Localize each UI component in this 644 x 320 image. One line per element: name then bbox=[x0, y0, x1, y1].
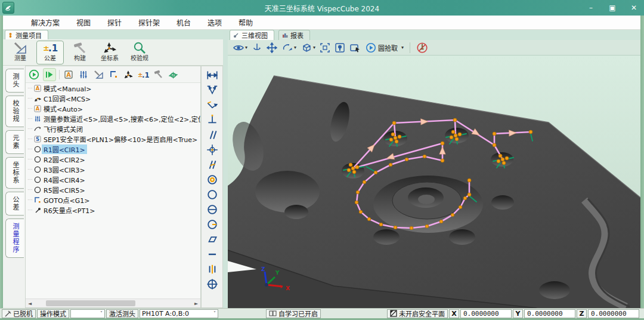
safety-plane-status: 未开启安全平面 bbox=[387, 309, 448, 318]
probe-label: 激活测头 bbox=[106, 309, 138, 318]
run-icon[interactable] bbox=[28, 69, 40, 81]
rotate-icon[interactable] bbox=[252, 42, 262, 53]
ribbon-button-csys[interactable]: 坐标系 bbox=[96, 41, 123, 64]
ribbon-button-gauge[interactable]: 校验规 bbox=[126, 41, 153, 64]
circle-icon bbox=[33, 186, 42, 193]
menu-item-3[interactable]: 探针架 bbox=[130, 17, 168, 27]
side-tab-5[interactable]: 测量程序 bbox=[5, 219, 24, 258]
title-bar: 天准三坐标系统 VispecCube 2024 – ▣ ✕ bbox=[0, 0, 644, 16]
tree-item-6[interactable]: ···R1圆<CIR1> bbox=[26, 144, 200, 154]
op-mode-dropdown[interactable]: ˅ bbox=[70, 309, 105, 318]
tree-item-4[interactable]: ···飞行模式关闭 bbox=[26, 124, 200, 134]
menu-item-0[interactable]: 解决方案 bbox=[23, 17, 68, 27]
tree-item-11[interactable]: ···GOTO点<G1> bbox=[26, 195, 200, 205]
tree-item-label: C1回调<MCS> bbox=[42, 94, 92, 103]
ribbon-button-tolerance[interactable]: ±.1公差 bbox=[36, 41, 64, 64]
ribbon-button-build[interactable]: 构建 bbox=[66, 41, 94, 64]
menu-item-2[interactable]: 探针 bbox=[99, 17, 130, 27]
parallelism-icon[interactable] bbox=[206, 128, 219, 141]
build-icon[interactable] bbox=[152, 69, 164, 81]
axis-x-label: X bbox=[286, 285, 290, 291]
side-tab-3[interactable]: 坐标系 bbox=[5, 157, 24, 189]
maximize-button[interactable]: ▣ bbox=[608, 4, 617, 12]
tab-report[interactable]: 报表 bbox=[278, 30, 310, 40]
step-run-icon[interactable] bbox=[43, 68, 56, 81]
pan-icon[interactable] bbox=[267, 42, 277, 53]
select-box-icon[interactable] bbox=[349, 42, 361, 53]
symmetry-icon[interactable] bbox=[206, 263, 219, 276]
scroll-right-arrow[interactable]: ► bbox=[192, 301, 200, 306]
cube-icon[interactable]: ▾ bbox=[301, 42, 315, 53]
side-tab-4[interactable]: 公差 bbox=[5, 192, 24, 216]
tree-item-7[interactable]: ···R2圆<CIR2> bbox=[26, 154, 200, 164]
flatness-icon[interactable] bbox=[206, 233, 219, 246]
side-tab-2[interactable]: 元素 bbox=[5, 130, 24, 154]
y-label: Y bbox=[513, 309, 523, 318]
perpendicularity-icon[interactable] bbox=[206, 113, 219, 127]
cylindricity-icon[interactable] bbox=[206, 203, 219, 216]
scroll-left-arrow[interactable]: ◄ bbox=[26, 301, 34, 306]
menu-item-4[interactable]: 机台 bbox=[168, 17, 199, 27]
tree-item-0[interactable]: ···A模式<Manual> bbox=[26, 83, 200, 93]
tolerance-icon[interactable]: ±.1 bbox=[137, 69, 149, 81]
tree-item-label: R6矢量点<PT1> bbox=[42, 205, 97, 215]
straightness-icon[interactable] bbox=[206, 248, 219, 261]
tree-item-5[interactable]: ···SSEP1安全平面<PLN1>偏移<10>是否启用<True> bbox=[26, 134, 200, 144]
pin-icon[interactable] bbox=[335, 42, 345, 53]
side-tab-1[interactable]: 校验规 bbox=[5, 96, 24, 127]
csys-icon[interactable] bbox=[122, 69, 134, 81]
true-position-icon[interactable] bbox=[206, 278, 219, 291]
panel-splitter[interactable] bbox=[223, 30, 228, 308]
tree-horizontal-scrollbar[interactable]: ◄ ► bbox=[26, 299, 200, 307]
offline-status: 已脱机 bbox=[2, 309, 36, 318]
angle-between-icon[interactable] bbox=[206, 84, 219, 97]
scrollbar-thumb[interactable] bbox=[46, 300, 135, 306]
parameters-icon[interactable] bbox=[78, 69, 89, 81]
side-tab-0[interactable]: 测头 bbox=[5, 69, 24, 93]
x-coordinate: 0.0000000 bbox=[460, 309, 512, 318]
tree-item-12[interactable]: ···R6矢量点<PT1> bbox=[26, 205, 200, 215]
tree-item-10[interactable]: ···R5圆<CIR5> bbox=[26, 184, 200, 195]
tree-branch-dots: ··· bbox=[27, 187, 33, 193]
fit-icon[interactable] bbox=[320, 42, 330, 53]
ribbon-button-measure[interactable]: 测量 bbox=[7, 41, 34, 64]
menu-item-5[interactable]: 选项 bbox=[199, 17, 230, 27]
close-button[interactable]: ✕ bbox=[630, 4, 638, 12]
no-probe-icon[interactable] bbox=[416, 42, 428, 54]
angle-icon[interactable] bbox=[206, 99, 219, 112]
tree-branch-dots: ··· bbox=[27, 85, 33, 91]
mode-icon: A bbox=[33, 105, 42, 112]
circularity-icon[interactable] bbox=[206, 188, 219, 201]
goto-icon[interactable] bbox=[107, 69, 119, 81]
runout-icon[interactable] bbox=[206, 218, 219, 231]
tree-item-2[interactable]: ···A模式<Auto> bbox=[26, 103, 200, 113]
tree-branch-dots: ··· bbox=[27, 126, 33, 132]
3d-viewport[interactable]: Z Y X bbox=[228, 56, 640, 308]
eye-icon[interactable]: ▾ bbox=[233, 42, 247, 53]
measure-icon[interactable] bbox=[92, 69, 104, 81]
tab-3d-view[interactable]: 三维视图 bbox=[230, 30, 274, 40]
distance-icon[interactable] bbox=[206, 69, 219, 82]
menu-item-6[interactable]: 帮助 bbox=[230, 17, 261, 27]
y-coordinate: 0.0000000 bbox=[524, 309, 575, 318]
tree-item-8[interactable]: ···R3圆<CIR3> bbox=[26, 164, 200, 174]
tree-item-3[interactable]: ···测量参数逼近<5>,回退<5>,搜索<6>,定位<2>,定位加<2>,测量 bbox=[26, 113, 200, 124]
tree-branch-dots: ··· bbox=[27, 177, 33, 183]
concentricity-icon[interactable] bbox=[206, 173, 219, 186]
minimize-button[interactable]: – bbox=[587, 4, 595, 12]
orbit-icon[interactable]: ▾ bbox=[281, 42, 296, 53]
report-tab-icon bbox=[282, 32, 288, 38]
safety-plane-icon[interactable] bbox=[167, 69, 179, 81]
tree-item-9[interactable]: ···R4圆<CIR4> bbox=[26, 174, 200, 184]
circle-pick-play-icon[interactable]: 圆拾取▾ bbox=[366, 42, 404, 53]
menu-item-1[interactable]: 视图 bbox=[68, 17, 99, 27]
tolerance-icon-strip bbox=[201, 66, 223, 308]
auto-mode-icon[interactable]: A bbox=[63, 69, 75, 81]
tab-measurement-project[interactable]: 测量项目 bbox=[5, 30, 48, 40]
point-position-icon[interactable] bbox=[206, 143, 219, 156]
angularity-icon[interactable] bbox=[206, 158, 219, 171]
tree-branch-dots: ··· bbox=[27, 167, 33, 173]
tab-label: 测量项目 bbox=[16, 30, 42, 40]
probe-dropdown[interactable]: PH10T A:0,B:0˅ bbox=[140, 309, 218, 318]
tree-item-1[interactable]: ···C1回调<MCS> bbox=[26, 93, 200, 103]
